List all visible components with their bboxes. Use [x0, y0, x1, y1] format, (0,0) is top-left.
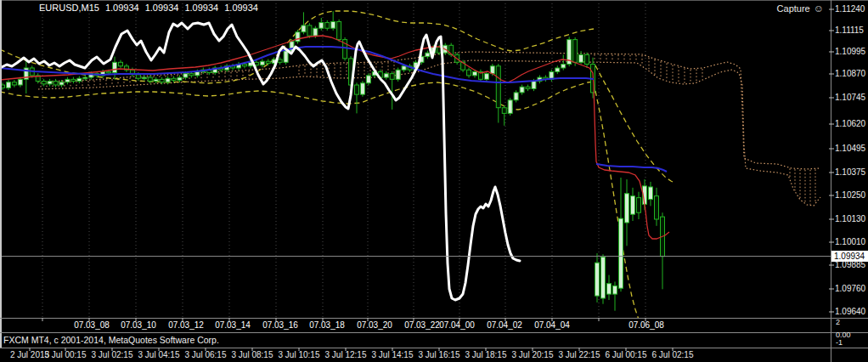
candle-jul3: [42, 82, 46, 84]
candle-jul3: [266, 61, 270, 63]
time-axis-label: 3 Jul 16:15: [419, 351, 460, 359]
candle-jul3: [296, 32, 300, 42]
time-axis-label: 6 Jul 00:15: [606, 351, 647, 359]
price-axis-label: 1.10745: [835, 93, 865, 102]
time-axis-label: 6 Jul 02:15: [652, 351, 694, 359]
mt4-chart-window: EURUSD,M151.099341.099341.099341.09934 C…: [0, 0, 868, 362]
left-border: [0, 0, 2, 348]
candle-jul3: [260, 61, 264, 65]
candle-jul3: [331, 21, 335, 28]
period-separator-label: 07.03_22: [404, 321, 440, 330]
period-separator-label: 07.03_14: [215, 321, 251, 330]
candle-jul3: [160, 79, 164, 82]
candle-jul3: [242, 65, 246, 66]
chart-plot-area[interactable]: [0, 0, 868, 362]
time-axis-label: 3 Jul 04:15: [138, 351, 180, 359]
candle-jul3: [467, 70, 471, 76]
candle-jul3: [514, 93, 518, 100]
price-axis-label: 1.09760: [835, 285, 865, 293]
symbol-period-label: EURUSD,M15: [39, 3, 99, 13]
period-separator-label: 07.03_18: [309, 321, 345, 330]
candle-jul3: [189, 74, 194, 76]
candle-jul3: [573, 40, 578, 63]
candle-jul3: [426, 53, 430, 56]
candle-jul3: [313, 28, 318, 36]
price-axis-label: 1.10375: [835, 168, 865, 177]
candle-jul3: [154, 79, 158, 81]
candle-jul3: [302, 25, 306, 32]
candle-jul6: [631, 196, 635, 215]
candle-jul3: [18, 79, 22, 85]
candle-jul3: [136, 75, 140, 78]
time-axis-label: 3 Jul 00:15: [45, 351, 87, 359]
candle-jul6: [613, 286, 617, 294]
candle-jul3: [325, 23, 330, 29]
cloud-lower-span-line: [38, 60, 820, 206]
candle-jul3: [107, 71, 111, 73]
candle-jul6: [601, 257, 606, 299]
period-separator-label: 07.03_10: [121, 321, 156, 330]
chart-layers: [0, 0, 831, 320]
candle-jul3: [532, 82, 536, 89]
price-axis-label: 1.09640: [835, 308, 865, 316]
candle-jul3: [526, 87, 530, 88]
candle-jul3: [585, 54, 589, 64]
price-axis-label: 1.10870: [835, 70, 865, 78]
candle-jul3: [71, 79, 76, 81]
time-axis-label: 3 Jul 20:15: [512, 351, 554, 359]
candle-jul3: [148, 77, 152, 81]
time-axis-label: 3 Jul 10:15: [279, 351, 320, 359]
price-axis-label: 1.10620: [835, 120, 865, 128]
time-axis-label: 3 Jul 14:15: [372, 351, 414, 359]
ohlc-close: 1.09934: [224, 3, 258, 13]
subwindow-axis-label: 2: [836, 319, 840, 326]
candle-jul3: [278, 59, 282, 62]
candle-jul3: [307, 25, 312, 36]
ohlc-open: 1.09934: [105, 3, 139, 13]
price-axis-label: 1.11240: [835, 5, 865, 14]
candle-jul3: [396, 70, 400, 79]
candle-jul3: [473, 71, 477, 75]
candle-jul3: [502, 108, 506, 114]
time-axis-label: 3 Jul 12:15: [325, 351, 367, 359]
candle-jul3: [54, 82, 58, 85]
candle-jul3: [520, 87, 524, 93]
smiley-icon: ☺: [814, 3, 824, 14]
chart-title: EURUSD,M151.099341.099341.099341.09934: [39, 3, 264, 13]
time-axis-label: 3 Jul 02:15: [92, 351, 133, 359]
candle-jul3: [48, 82, 52, 84]
candle-jul3: [195, 71, 200, 75]
candle-jul3: [366, 76, 370, 83]
period-separator-label: 07.04_00: [439, 321, 475, 330]
candle-jul6: [625, 194, 629, 223]
period-separator-label: 07.03_08: [74, 321, 110, 330]
candle-jul3: [355, 85, 359, 94]
price-axis-label: 1.10495: [835, 144, 865, 153]
candle-jul6: [595, 263, 600, 296]
candle-jul3: [496, 66, 500, 108]
period-separator-label: 07.03_16: [262, 321, 298, 330]
cloud-upper-span-line: [38, 52, 820, 169]
candle-jul3: [178, 77, 182, 80]
candle-jul3: [172, 78, 176, 80]
capture-label: Capture: [777, 3, 810, 14]
capture-button[interactable]: Capture ☺: [777, 3, 824, 14]
candle-jul3: [337, 21, 341, 39]
candle-jul3: [319, 23, 324, 29]
candle-jul3: [83, 77, 87, 79]
period-separator-label: 07.06_08: [628, 321, 664, 330]
period-separator-label: 07.04_04: [534, 321, 570, 330]
candle-jul3: [555, 68, 560, 71]
candle-jul3: [402, 66, 406, 70]
candle-jul3: [6, 82, 10, 88]
time-axis-label: 3 Jul 18:15: [465, 351, 507, 359]
time-axis-label: 3 Jul 06:15: [185, 351, 227, 359]
candle-jul6: [655, 196, 659, 219]
period-separator-label: 07.04_02: [487, 321, 522, 330]
price-axis-label: 1.11115: [835, 26, 864, 35]
candle-jul3: [142, 77, 146, 79]
price-axis-label: 1.10250: [835, 191, 865, 200]
candle-jul6: [619, 218, 623, 288]
time-axis-label: 2 Jul 2015: [10, 351, 49, 359]
candle-jul3: [384, 74, 388, 77]
